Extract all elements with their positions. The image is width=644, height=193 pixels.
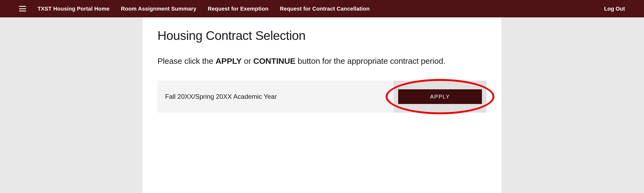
page-title: Housing Contract Selection xyxy=(157,28,487,43)
nav-link-exemption[interactable]: Request for Exemption xyxy=(208,6,268,12)
top-navigation: TXST Housing Portal Home Room Assignment… xyxy=(0,0,644,17)
nav-link-room-assignment[interactable]: Room Assignment Summary xyxy=(121,6,196,12)
instruction-continue-word: CONTINUE xyxy=(253,56,295,65)
apply-button[interactable]: APPLY xyxy=(398,89,482,104)
instruction-suffix: button for the appropriate contract peri… xyxy=(295,56,445,65)
instruction-text: Please click the APPLY or CONTINUE butto… xyxy=(157,56,487,66)
nav-links-container: TXST Housing Portal Home Room Assignment… xyxy=(38,6,604,12)
main-content: Housing Contract Selection Please click … xyxy=(143,17,501,193)
instruction-prefix: Please click the xyxy=(157,56,215,65)
instruction-apply-word: APPLY xyxy=(215,56,242,65)
nav-link-cancellation[interactable]: Request for Contract Cancellation xyxy=(280,6,370,12)
nav-logout-link[interactable]: Log Out xyxy=(604,6,625,12)
instruction-or: or xyxy=(242,56,253,65)
hamburger-menu-icon[interactable] xyxy=(19,6,26,11)
contract-row: Fall 20XX/Spring 20XX Academic Year APPL… xyxy=(157,81,487,113)
contract-action-cell: APPLY xyxy=(394,81,487,113)
nav-link-home[interactable]: TXST Housing Portal Home xyxy=(38,6,110,12)
contract-period-label: Fall 20XX/Spring 20XX Academic Year xyxy=(157,81,394,113)
